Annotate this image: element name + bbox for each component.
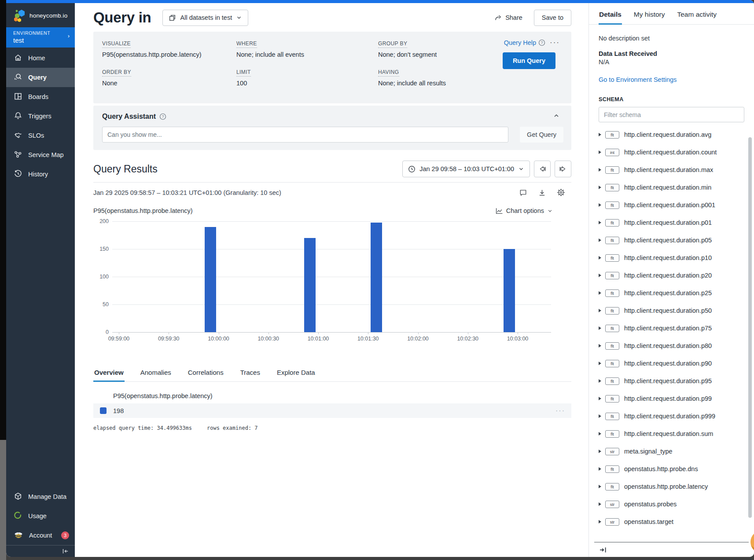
environment-switcher[interactable]: ENVIRONMENT test ›	[6, 27, 75, 48]
next-time-window-button[interactable]	[555, 161, 571, 177]
tab-anomalies[interactable]: Anomalies	[140, 365, 172, 381]
expand-caret-icon[interactable]	[599, 150, 601, 154]
collapse-assistant-button[interactable]	[553, 112, 560, 121]
schema-row[interactable]: strmeta.signal_type	[599, 443, 744, 460]
sidebar-item-triggers[interactable]: Triggers	[6, 106, 75, 126]
schema-row[interactable]: fltopenstatus.http.probe.dns	[599, 460, 744, 478]
tab-traces[interactable]: Traces	[239, 365, 261, 381]
builder-field-value[interactable]: 100	[236, 80, 378, 87]
expand-caret-icon[interactable]	[599, 326, 601, 330]
expand-caret-icon[interactable]	[599, 379, 601, 383]
expand-caret-icon[interactable]	[599, 362, 601, 365]
expand-caret-icon[interactable]	[599, 520, 601, 523]
tab-details[interactable]: Details	[599, 3, 622, 24]
row-menu-button[interactable]: ···	[555, 407, 565, 415]
schema-row[interactable]: flthttp.client.request.duration.max	[599, 161, 744, 179]
expand-caret-icon[interactable]	[599, 256, 601, 260]
chart-bar[interactable]	[504, 249, 515, 332]
honeycomb-logo[interactable]: honeycomb.io	[6, 3, 75, 27]
download-button[interactable]	[538, 189, 546, 197]
schema-row[interactable]: flthttp.client.request.duration.p95	[599, 372, 744, 390]
chart-options-button[interactable]: Chart options	[496, 207, 553, 214]
schema-row[interactable]: flthttp.client.request.duration.p001	[599, 196, 744, 214]
builder-field-value[interactable]: None; include all events	[236, 51, 378, 58]
collapse-panel-button[interactable]	[599, 545, 607, 554]
expand-caret-icon[interactable]	[599, 344, 601, 348]
sidebar-item-slos[interactable]: SLOs	[6, 126, 75, 145]
dataset-selector[interactable]: All datasets in test	[162, 10, 248, 26]
schema-scrollbar[interactable]	[748, 137, 752, 518]
chart-settings-button[interactable]	[557, 188, 565, 197]
chart-bar[interactable]	[205, 227, 216, 332]
schema-row[interactable]: flthttp.client.request.duration.p10	[599, 249, 744, 267]
expand-caret-icon[interactable]	[599, 467, 601, 471]
schema-row[interactable]: flthttp.client.request.duration.p80	[599, 337, 744, 355]
query-help-link[interactable]: Query Help ?	[504, 39, 545, 46]
table-row[interactable]: 198···	[93, 403, 571, 418]
builder-menu-button[interactable]: ···	[550, 40, 560, 45]
chart-bar[interactable]	[304, 238, 316, 332]
schema-row[interactable]: flthttp.client.request.duration.p75	[599, 319, 744, 337]
schema-row[interactable]: flthttp.client.request.duration.avg	[599, 126, 744, 143]
expand-caret-icon[interactable]	[599, 502, 601, 506]
schema-row[interactable]: flthttp.client.request.duration.p50	[599, 302, 744, 319]
environment-settings-link[interactable]: Go to Environment Settings	[599, 76, 744, 83]
sidebar-item-query[interactable]: Query	[6, 68, 75, 87]
schema-filter-input[interactable]	[599, 107, 744, 122]
schema-row[interactable]: stropenstatus.target	[599, 513, 744, 531]
expand-caret-icon[interactable]	[599, 485, 601, 488]
builder-field-value[interactable]: None; include all results	[378, 80, 493, 87]
schema-row[interactable]: flthttp.client.request.duration.min	[599, 179, 744, 196]
expand-caret-icon[interactable]	[599, 397, 601, 400]
schema-row[interactable]: fltopenstatus.http.probe.latency	[599, 478, 744, 495]
schema-row[interactable]: inthttp.client.request.duration.count	[599, 143, 744, 161]
sidebar-item-service-map[interactable]: Service Map	[6, 145, 75, 165]
builder-field-label[interactable]: GROUP BY	[378, 40, 407, 48]
schema-row[interactable]: flthttp.client.request.duration.p20	[599, 267, 744, 284]
share-button[interactable]: Share	[494, 14, 522, 21]
comment-button[interactable]	[519, 189, 527, 197]
expand-caret-icon[interactable]	[599, 450, 601, 453]
expand-caret-icon[interactable]	[599, 238, 601, 242]
expand-caret-icon[interactable]	[599, 168, 601, 172]
run-query-button[interactable]: Run Query	[503, 52, 555, 69]
tab-explore-data[interactable]: Explore Data	[276, 365, 316, 381]
chart-bar[interactable]	[371, 223, 382, 332]
schema-row[interactable]: flthttp.client.request.duration.p99	[599, 390, 744, 407]
sidebar-item-history[interactable]: History	[6, 165, 75, 184]
tab-my-history[interactable]: My history	[633, 3, 666, 24]
expand-caret-icon[interactable]	[599, 221, 601, 224]
builder-field-label[interactable]: WHERE	[236, 40, 257, 48]
previous-time-window-button[interactable]	[534, 161, 551, 177]
schema-row[interactable]: flthttp.client.request.duration.p999	[599, 407, 744, 425]
builder-field-value[interactable]: P95(openstatus.http.probe.latency)	[102, 51, 236, 58]
tab-correlations[interactable]: Correlations	[187, 365, 224, 381]
builder-field-value[interactable]: None	[102, 80, 236, 87]
sidebar-item-boards[interactable]: Boards	[6, 87, 75, 106]
expand-caret-icon[interactable]	[599, 309, 601, 312]
expand-caret-icon[interactable]	[599, 291, 601, 295]
schema-row[interactable]: flthttp.client.request.duration.p01	[599, 214, 744, 231]
save-to-button[interactable]: Save to	[534, 10, 571, 26]
sidebar-item-usage[interactable]: Usage	[6, 506, 75, 526]
sidebar-item-home[interactable]: Home	[6, 48, 75, 68]
builder-field-label[interactable]: VISUALIZE	[102, 40, 131, 48]
schema-row[interactable]: flthttp.client.request.duration.p05	[599, 231, 744, 249]
builder-field-label[interactable]: ORDER BY	[102, 69, 131, 77]
sidebar-item-manage-data[interactable]: Manage Data	[6, 487, 75, 506]
sidebar-collapse-button[interactable]	[6, 545, 75, 557]
builder-field-label[interactable]: LIMIT	[236, 69, 251, 77]
get-query-button[interactable]: Get Query	[520, 127, 563, 143]
schema-row[interactable]: flthttp.client.request.duration.p25	[599, 284, 744, 302]
tab-overview[interactable]: Overview	[93, 365, 125, 381]
schema-row[interactable]: flthttp.client.request.duration.sum	[599, 425, 744, 443]
assistant-prompt-input[interactable]	[102, 127, 508, 143]
expand-caret-icon[interactable]	[599, 133, 601, 136]
time-range-picker[interactable]: Jan 29 09:58 – 10:03 UTC+01:00	[402, 161, 530, 177]
expand-caret-icon[interactable]	[599, 186, 601, 189]
builder-field-label[interactable]: HAVING	[378, 69, 399, 77]
expand-caret-icon[interactable]	[599, 203, 601, 207]
schema-row[interactable]: stropenstatus.probes	[599, 495, 744, 513]
sidebar-item-account[interactable]: Account3	[6, 526, 75, 545]
expand-caret-icon[interactable]	[599, 414, 601, 418]
